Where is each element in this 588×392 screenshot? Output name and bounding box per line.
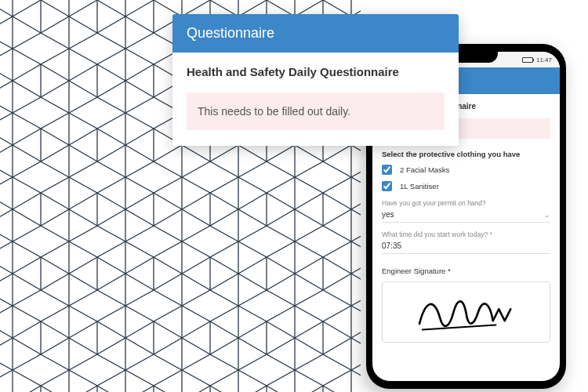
- card-title: Health and Safety Daily Questionnaire: [187, 65, 445, 78]
- permit-dropdown[interactable]: yes ⌄: [382, 210, 550, 223]
- start-time-label: What time did you start work today? *: [382, 230, 550, 238]
- signature-input[interactable]: [382, 281, 550, 343]
- questionnaire-card: Questionnaire Health and Safety Daily Qu…: [172, 14, 459, 146]
- checkbox-row-masks[interactable]: 2 Facial Masks: [382, 165, 550, 175]
- signature-label: Engineer Signature *: [382, 267, 550, 275]
- checkbox-masks[interactable]: [382, 165, 392, 175]
- start-time-input[interactable]: 07:35: [382, 241, 550, 254]
- card-header: Questionnaire: [172, 14, 459, 53]
- permit-value: yes: [382, 210, 394, 219]
- protective-clothing-label: Select the protective clothing you have: [382, 150, 550, 158]
- checkbox-row-sanitiser[interactable]: 1L Sanitiser: [382, 181, 550, 191]
- status-time: 11:47: [536, 56, 552, 64]
- checkbox-sanitiser[interactable]: [382, 181, 392, 191]
- card-body: Health and Safety Daily Questionnaire Th…: [172, 53, 459, 146]
- battery-icon: [522, 57, 533, 63]
- checkbox-sanitiser-label: 1L Sanitiser: [400, 182, 439, 191]
- chevron-down-icon: ⌄: [544, 211, 550, 219]
- checkbox-masks-label: 2 Facial Masks: [400, 165, 449, 174]
- permit-label: Have you got your permit on hand?: [382, 199, 550, 207]
- card-notice: This needs to be filled out daily.: [187, 93, 445, 130]
- signature-scribble-icon: [408, 289, 525, 336]
